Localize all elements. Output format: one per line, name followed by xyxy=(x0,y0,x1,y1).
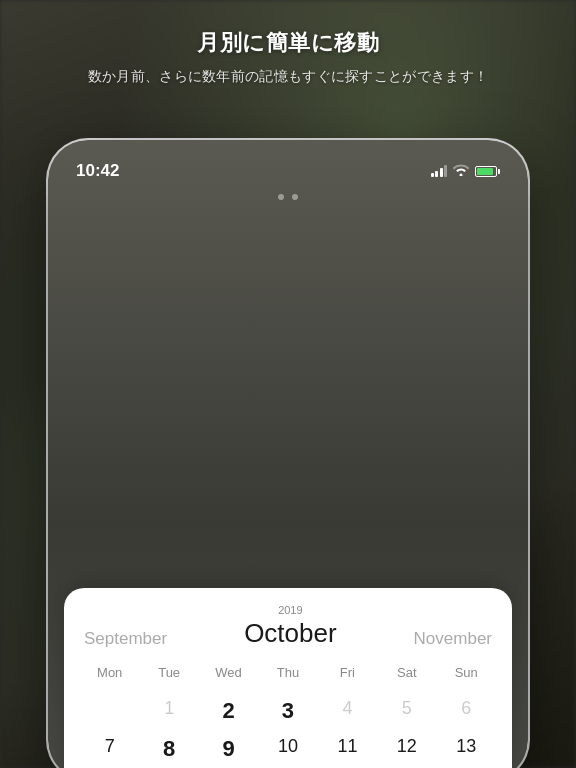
day-header-sun: Sun xyxy=(437,661,496,684)
cal-day[interactable]: 1 xyxy=(139,692,198,730)
cal-day[interactable]: 3 xyxy=(258,692,317,730)
cal-day[interactable]: 9 xyxy=(199,730,258,768)
day-header-fri: Fri xyxy=(318,661,377,684)
cal-day[interactable]: 7 xyxy=(80,730,139,768)
cal-day[interactable]: 10 xyxy=(258,730,317,768)
cal-day[interactable]: 6 xyxy=(437,692,496,730)
camera-dot-1 xyxy=(278,194,284,200)
calendar-grid: 12345678910111213 xyxy=(80,692,496,768)
camera-dot-2 xyxy=(292,194,298,200)
status-icons xyxy=(431,163,501,179)
current-month-display: 2019 October xyxy=(244,604,337,649)
day-header-sat: Sat xyxy=(377,661,436,684)
day-header-thu: Thu xyxy=(258,661,317,684)
status-time: 10:42 xyxy=(76,161,119,181)
year-label: 2019 xyxy=(278,604,302,616)
subheadline: 数か月前、さらに数年前の記憶もすぐに探すことができます！ xyxy=(20,68,556,86)
camera-dots xyxy=(48,194,528,200)
prev-month[interactable]: September xyxy=(84,629,167,649)
phone-screen: 10:42 xyxy=(48,140,528,768)
cal-day[interactable]: 8 xyxy=(139,730,198,768)
day-headers: Mon Tue Wed Thu Fri Sat Sun xyxy=(80,661,496,684)
cal-day[interactable]: 12 xyxy=(377,730,436,768)
cal-day[interactable]: 13 xyxy=(437,730,496,768)
cal-day[interactable]: 11 xyxy=(318,730,377,768)
phone-frame: 10:42 xyxy=(48,140,528,768)
month-nav: September 2019 October November xyxy=(80,604,496,649)
top-text-area: 月別に簡単に移動 数か月前、さらに数年前の記憶もすぐに探すことができます！ xyxy=(0,0,576,106)
cal-day[interactable]: 4 xyxy=(318,692,377,730)
battery-icon xyxy=(475,166,500,177)
cal-day[interactable]: 5 xyxy=(377,692,436,730)
cal-day[interactable]: 2 xyxy=(199,692,258,730)
day-header-tue: Tue xyxy=(139,661,198,684)
signal-icon xyxy=(431,165,448,177)
cal-day xyxy=(80,692,139,730)
status-bar: 10:42 xyxy=(48,140,528,188)
calendar-panel[interactable]: September 2019 October November Mon Tue … xyxy=(64,588,512,768)
next-month[interactable]: November xyxy=(414,629,492,649)
day-header-mon: Mon xyxy=(80,661,139,684)
headline: 月別に簡単に移動 xyxy=(20,28,556,58)
current-month-label: October xyxy=(244,618,337,649)
day-header-wed: Wed xyxy=(199,661,258,684)
wifi-icon xyxy=(453,163,469,179)
